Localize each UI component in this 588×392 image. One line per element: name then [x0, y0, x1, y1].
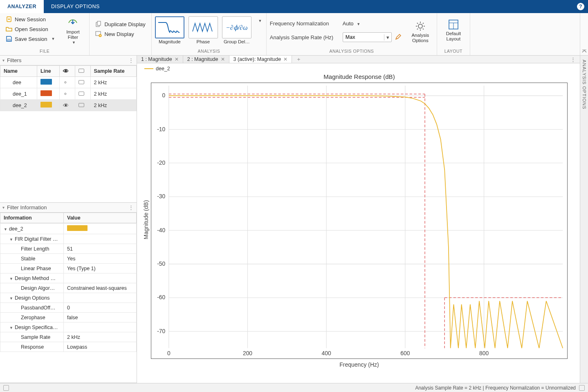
table-row[interactable]: ▼Design Specifica…	[0, 323, 137, 332]
phase-plot-button[interactable]	[189, 16, 218, 38]
doc-tab[interactable]: 3 (active): Magnitude✕	[229, 56, 292, 63]
info-panel-title: Filter Information	[7, 204, 47, 211]
default-layout-button[interactable]: Default Layout	[440, 16, 467, 44]
ribbon: New Session Open Session Save Session ▼	[0, 13, 588, 56]
save-session-label: Save Session	[15, 36, 47, 42]
table-row[interactable]: ResponseLowpass	[0, 342, 137, 352]
group-delay-plot-button[interactable]: −∂ϕ/∂ω	[222, 16, 251, 38]
import-filter-label: Import Filter	[66, 29, 80, 40]
col-sample-rate[interactable]: Sample Rate	[90, 66, 136, 77]
magnitude-chart[interactable]: 02004006008000-10-20-30-40-50-60-70	[151, 83, 568, 359]
col-information[interactable]: Information	[0, 213, 64, 223]
freq-norm-dropdown[interactable]: Auto ▼	[343, 20, 360, 27]
svg-text:-30: -30	[157, 193, 165, 199]
filters-table: Name Line 👁 Sample Rate dee⚬2 kHzdee_1⚬2…	[0, 65, 137, 111]
magnitude-plot-button[interactable]	[155, 16, 184, 38]
plus-file-icon	[6, 16, 12, 22]
add-tab-button[interactable]: ＋	[292, 56, 305, 63]
doc-tab[interactable]: 2 : Magnitude✕	[183, 56, 229, 63]
col-line[interactable]: Line	[37, 66, 60, 77]
table-row[interactable]: ▼Design Method …	[0, 273, 137, 283]
svg-text:600: 600	[400, 350, 410, 356]
chart-legend: dee_2	[137, 63, 580, 72]
svg-text:-20: -20	[157, 159, 165, 166]
col-value[interactable]: Value	[64, 213, 137, 223]
chevron-down-icon[interactable]: ▼	[72, 40, 76, 45]
ribbon-collapse-button[interactable]	[580, 13, 588, 55]
table-row[interactable]: Linear PhaseYes (Type 1)	[0, 264, 137, 273]
table-row[interactable]: ▼Design Options	[0, 293, 137, 303]
table-row[interactable]: dee_2👁2 kHz	[0, 100, 137, 111]
col-link[interactable]	[75, 66, 90, 77]
filters-panel-header[interactable]: ▾ Filters ⋮	[0, 56, 137, 65]
link-icon[interactable]	[79, 92, 84, 96]
svg-text:-50: -50	[157, 260, 165, 267]
tabs-menu-button[interactable]: ⋮	[566, 56, 580, 63]
close-icon[interactable]: ✕	[175, 56, 179, 62]
edit-pencil-icon[interactable]	[395, 34, 402, 41]
svg-text:0: 0	[162, 92, 166, 99]
group-delay-label: Group Del…	[224, 39, 250, 44]
table-row[interactable]: PassbandOff…0	[0, 303, 137, 313]
import-icon	[67, 17, 79, 29]
info-panel-menu[interactable]: ⋮	[128, 204, 134, 211]
link-icon	[79, 69, 84, 73]
table-row[interactable]: Sample Rate2 kHz	[0, 332, 137, 342]
duplicate-icon	[95, 21, 102, 27]
new-display-icon	[95, 31, 102, 37]
svg-rect-1	[8, 39, 10, 41]
save-session-button[interactable]: Save Session ▼	[3, 34, 57, 43]
table-row[interactable]: Design Algor…Constrained least-squares	[0, 283, 137, 293]
info-panel-header[interactable]: ▾ Filter Information ⋮	[0, 203, 137, 213]
folder-open-icon	[6, 26, 12, 32]
close-icon[interactable]: ✕	[283, 56, 287, 62]
table-row[interactable]: ▼FIR Digital Filter …	[0, 234, 137, 244]
caret-down-icon: ▾	[2, 205, 4, 210]
analysis-more-button[interactable]: ▼	[256, 16, 263, 25]
layout-icon	[448, 19, 459, 30]
filters-panel-menu[interactable]: ⋮	[128, 57, 134, 63]
import-filter-button[interactable]: Import Filter ▼	[60, 15, 86, 47]
close-icon[interactable]: ✕	[221, 56, 225, 62]
tab-display-options[interactable]: DISPLAY OPTIONS	[44, 0, 107, 13]
magnitude-label: Magnitude	[159, 39, 181, 44]
link-icon[interactable]	[79, 103, 84, 107]
svg-text:0: 0	[167, 350, 171, 356]
status-right-icon[interactable]	[579, 385, 585, 391]
analysis-options-collapsed-panel[interactable]: ANALYSIS OPTIONS	[580, 56, 588, 383]
chevron-down-icon[interactable]: ▾	[384, 34, 391, 40]
doc-tab[interactable]: 1 : Magnitude✕	[137, 56, 183, 63]
sample-rate-combo[interactable]: ▾	[343, 32, 392, 42]
tab-analyzer[interactable]: ANALYZER	[0, 0, 44, 13]
eye-icon[interactable]: ⚬	[63, 79, 68, 86]
svg-text:-10: -10	[157, 126, 165, 132]
link-icon[interactable]	[79, 80, 84, 84]
open-session-button[interactable]: Open Session	[3, 25, 57, 34]
help-button[interactable]: ?	[573, 0, 588, 13]
duplicate-display-button[interactable]: Duplicate Display	[93, 20, 148, 29]
eye-icon[interactable]: ⚬	[63, 91, 68, 97]
new-session-button[interactable]: New Session	[3, 15, 57, 24]
freq-norm-label: Frequency Normalization	[270, 20, 339, 27]
group-delay-icon: −∂ϕ/∂ω	[226, 24, 247, 31]
table-row[interactable]: Filter Length51	[0, 244, 137, 254]
new-display-button[interactable]: New Display	[93, 29, 148, 38]
col-eye[interactable]: 👁	[59, 66, 75, 77]
col-name[interactable]: Name	[0, 66, 37, 77]
eye-icon: 👁	[63, 68, 69, 74]
table-row[interactable]: dee_1⚬2 kHz	[0, 88, 137, 100]
phase-label: Phase	[197, 39, 210, 44]
table-row[interactable]: dee⚬2 kHz	[0, 77, 137, 88]
table-row[interactable]: ▼dee_2	[0, 224, 137, 234]
table-row[interactable]: Zerophasefalse	[0, 313, 137, 323]
eye-icon[interactable]: 👁	[63, 102, 69, 109]
chevron-down-icon[interactable]: ▼	[52, 37, 55, 41]
table-row[interactable]: StableYes	[0, 254, 137, 264]
group-label-layout: LAYOUT	[440, 48, 467, 55]
status-text: Analysis Sample Rate = 2 kHz | Frequency…	[415, 385, 576, 391]
analysis-options-button[interactable]: Analysis Options	[407, 18, 433, 45]
status-left-icon[interactable]	[3, 385, 9, 391]
sample-rate-input[interactable]	[343, 34, 384, 40]
floppy-disk-icon	[6, 36, 12, 42]
freq-norm-value: Auto	[343, 20, 354, 27]
